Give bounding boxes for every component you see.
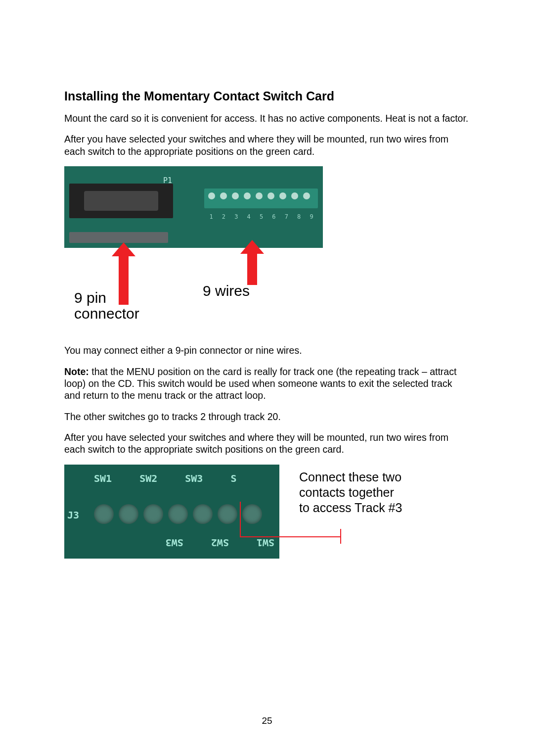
document-page: Installing the Momentary Contact Switch … — [0, 0, 534, 559]
db9-connector — [69, 184, 173, 218]
body-paragraph: After you have selected your switches an… — [64, 133, 470, 157]
callout-label-9wires: 9 wires — [203, 283, 250, 299]
leader-line — [240, 514, 349, 554]
section-title: Installing the Momentary Contact Switch … — [64, 89, 470, 103]
note-prefix: Note: — [64, 366, 89, 377]
body-paragraph: After you have selected your switches an… — [64, 431, 470, 456]
arrow-icon — [247, 253, 257, 285]
terminal-row — [94, 504, 262, 524]
note-paragraph: Note: that the MENU position on the card… — [64, 366, 470, 402]
body-paragraph: You may connect either a 9-pin connector… — [64, 344, 470, 356]
body-paragraph: Mount the card so it is convenient for a… — [64, 112, 470, 124]
callout-line: Connect these two — [299, 470, 402, 485]
figure-2-wrap: SW1 SW2 SW3 S J3 SW1 SW2 SW3 Connect the… — [64, 465, 470, 559]
j3-label: J3 — [67, 509, 79, 521]
body-paragraph: The other switches go to tracks 2 throug… — [64, 411, 470, 423]
callout-line: contacts together — [299, 485, 402, 500]
note-body: that the MENU position on the card is re… — [64, 366, 456, 401]
figure-1: P1 1 2 3 4 5 6 7 8 — [64, 166, 323, 330]
terminal-numbers: 1 2 3 4 5 6 7 8 9 — [206, 213, 317, 220]
page-number: 25 — [0, 715, 534, 726]
lower-component — [69, 232, 168, 243]
figure-2-callout: Connect these two contacts together to a… — [299, 465, 402, 516]
pcb-board: P1 1 2 3 4 5 6 7 8 — [64, 166, 323, 248]
sw-labels-top: SW1 SW2 SW3 S — [94, 472, 274, 484]
screw-terminal-block — [204, 189, 318, 208]
callout-label-9pin: 9 pinconnector — [74, 290, 139, 321]
